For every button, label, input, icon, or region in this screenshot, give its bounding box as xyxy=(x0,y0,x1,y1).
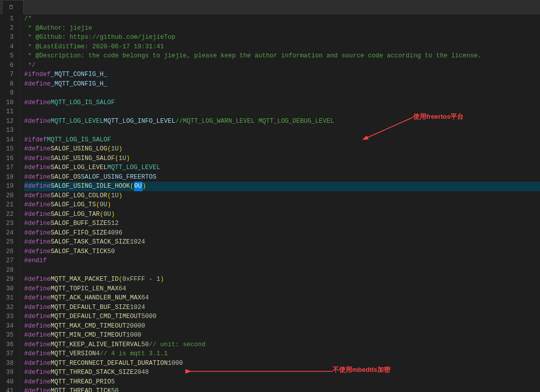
code-line: #define SALOF_LOG_COLOR (1U) xyxy=(24,191,540,201)
code-line: #define _MQTT_CONFIG_H_ xyxy=(24,80,540,89)
code-line: #define SALOF_TASK_STACK_SIZE 1024 xyxy=(24,238,540,247)
file-icon: 🗒 xyxy=(9,4,14,11)
line-numbers: 1234567891011121314151617181920212223242… xyxy=(0,14,20,392)
code-container: 1234567891011121314151617181920212223242… xyxy=(0,14,540,392)
code-line: #define MQTT_ACK_HANDLER_NUM_MAX 64 xyxy=(24,293,540,303)
code-line xyxy=(24,89,540,98)
code-line: #define MQTT_LOG_LEVEL MQTT_LOG_INFO_LEV… xyxy=(24,117,540,126)
code-line: * @Author: jiejie xyxy=(24,24,540,33)
code-line: #define MQTT_THREAD_PRIO 5 xyxy=(24,377,540,387)
code-line: #define MQTT_RECONNECT_DEFAULT_DURATION … xyxy=(24,359,540,368)
code-line xyxy=(24,126,540,135)
code-line: #define SALOF_FIFO_SIZE 4096 xyxy=(24,228,540,238)
code-line: #define MQTT_MAX_CMD_TIMEOUT 20000 xyxy=(24,322,540,331)
code-line xyxy=(24,107,540,117)
code-line: #define SALOF_USING_IDLE_HOOK (0U) xyxy=(24,182,540,191)
code-line: #ifdef MQTT_LOG_IS_SALOF xyxy=(24,135,540,145)
code-line: #define MQTT_KEEP_ALIVE_INTERVAL 50 // u… xyxy=(24,340,540,350)
code-line: #ifndef _MQTT_CONFIG_H_ xyxy=(24,70,540,80)
code-line: #define MQTT_MAX_PACKET_ID (0xFFFF - 1) xyxy=(24,275,540,284)
code-line: #define MQTT_THREAD_STACK_SIZE 2048 xyxy=(24,368,540,377)
tab-bar: 🗒 xyxy=(0,0,540,14)
code-line: #define SALOF_TASK_TICK 50 xyxy=(24,247,540,257)
code-line: * @LastEditTime: 2020-06-17 19:31:41 xyxy=(24,42,540,52)
code-line: #define SALOF_USING_LOG (1U) xyxy=(24,144,540,154)
code-line: #define MQTT_LOG_IS_SALOF xyxy=(24,98,540,108)
code-line: #define MQTT_THREAD_TICK 50 xyxy=(24,386,540,392)
file-tab[interactable]: 🗒 xyxy=(2,0,24,14)
code-line: * @Description: the code belongs to jiej… xyxy=(24,51,540,61)
code-line: #define MQTT_TOPIC_LEN_MAX 64 xyxy=(24,284,540,294)
code-area[interactable]: /* * @Author: jiejie * @Github: https://… xyxy=(20,14,540,392)
code-line: #define MQTT_DEFAULT_CMD_TIMEOUT 5000 xyxy=(24,312,540,322)
code-line: #define SALOF_LOG_TAR (0U) xyxy=(24,210,540,219)
code-line: #define SALOF_LOG_TS (0U) xyxy=(24,200,540,210)
code-line: #define MQTT_MIN_CMD_TIMEOUT 1000 xyxy=(24,331,540,340)
code-line: /* xyxy=(24,14,540,24)
code-line: #define SALOF_LOG_LEVEL MQTT_LOG_LEVEL xyxy=(24,163,540,173)
code-line: * @Github: https://github.com/jiejieTop xyxy=(24,33,540,42)
code-line: #define SALOF_OS SALOF_USING_FREERTOS xyxy=(24,173,540,182)
code-line: #endif xyxy=(24,256,540,266)
code-line: #define SALOF_USING_SALOF (1U) xyxy=(24,154,540,164)
code-line: */ xyxy=(24,61,540,70)
code-line xyxy=(24,266,540,275)
code-line: #define MQTT_DEFAULT_BUF_SIZE 1024 xyxy=(24,303,540,312)
code-line: #define SALOF_BUFF_SIZE 512 xyxy=(24,219,540,228)
code-line: #define MQTT_VERSION 4 // 4 is mqtt 3.1.… xyxy=(24,349,540,359)
